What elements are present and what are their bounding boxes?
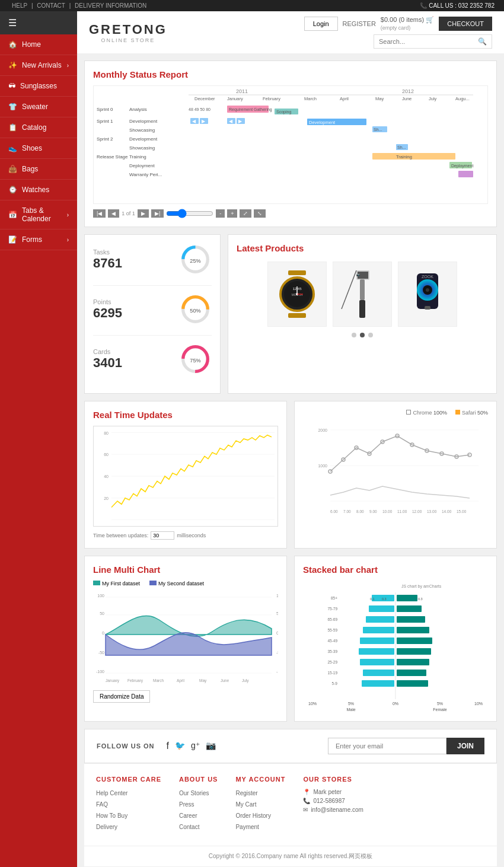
gantt-zoom-out[interactable]: - (216, 209, 225, 218)
svg-text:Requirement Gathering: Requirement Gathering (229, 107, 272, 112)
svg-text:Showcasing: Showcasing (129, 128, 155, 133)
gantt-collapse[interactable]: ⤡ (254, 209, 266, 218)
svg-text:25%: 25% (190, 258, 200, 264)
sidebar-item-catalog[interactable]: 📋Catalog (0, 117, 77, 138)
dot-1[interactable] (352, 333, 356, 337)
copyright: Copyright © 2016.Company name All rights… (84, 846, 497, 866)
cards-value: 3401 (93, 355, 179, 371)
sidebar-item-forms[interactable]: 📝Forms› (0, 230, 77, 250)
svg-text:Development: Development (129, 136, 158, 142)
product-selfie-stick[interactable]: 📷 (333, 262, 392, 327)
svg-text:5%: 5% (437, 702, 443, 706)
svg-text:Female: Female (433, 707, 446, 711)
cards-donut: 75% (179, 343, 212, 375)
realtime-svg: 80 60 40 20 (94, 426, 277, 526)
gantt-zoom[interactable] (166, 209, 213, 218)
sidebar-item-sunglasses[interactable]: 🕶Sunglasses (0, 76, 77, 97)
career-link[interactable]: Career (179, 812, 197, 819)
tasks-donut: 25% (179, 243, 212, 276)
googleplus-icon[interactable]: g⁺ (191, 741, 200, 751)
order-history-link[interactable]: Order History (235, 812, 270, 819)
sidebar-item-sweater[interactable]: 👕Sweater (0, 97, 77, 117)
svg-text:Sh...: Sh... (397, 145, 406, 149)
dataset2-legend-dot (149, 581, 157, 585)
footer-links: CUSTOMER CARE Help Center FAQ How To Buy… (84, 763, 497, 846)
search-input[interactable] (379, 38, 478, 45)
sidebar-item-home[interactable]: 🏠Home (0, 34, 77, 55)
product-speaker[interactable]: ZOOK (398, 262, 457, 327)
register-button[interactable]: REGISTER (343, 20, 376, 27)
tasks-stat: Tasks 8761 25% (93, 243, 212, 276)
svg-text:20: 20 (104, 496, 109, 501)
product-watch[interactable]: 12:45 MON 24 (267, 262, 327, 327)
my-account-col: MY ACCOUNT Register My Cart Order Histor… (235, 776, 285, 834)
checkout-button[interactable]: CHECKOUT (439, 17, 492, 31)
time-unit: milliseconds (177, 533, 206, 538)
my-cart-link[interactable]: My Cart (235, 801, 256, 808)
watch-image: 12:45 MON 24 (273, 267, 321, 321)
svg-text:50: 50 (276, 611, 278, 616)
svg-text:2011: 2011 (236, 88, 248, 94)
press-link[interactable]: Press (179, 801, 194, 808)
contact-link-footer[interactable]: Contact (179, 824, 199, 830)
gantt-zoom-in[interactable]: + (227, 209, 237, 218)
randomize-button[interactable]: Randomize Data (93, 690, 150, 703)
hamburger-button[interactable]: ☰ (0, 11, 77, 34)
register-footer-link[interactable]: Register (235, 790, 257, 796)
search-icon[interactable]: 🔍 (478, 37, 487, 46)
svg-rect-47 (458, 171, 473, 177)
gantt-expand[interactable]: ⤢ (240, 209, 251, 218)
svg-rect-58 (288, 313, 306, 318)
chrome-legend-value: 100% (433, 410, 447, 416)
follow-text: FOLLOW US ON (97, 742, 155, 750)
svg-text:5-9: 5-9 (332, 681, 338, 686)
contact-link[interactable]: CONTACT (37, 2, 65, 9)
help-link[interactable]: HELP (12, 2, 27, 9)
time-input[interactable] (151, 531, 174, 540)
sidebar-item-tabs[interactable]: 📅Tabs & Calender› (0, 200, 77, 230)
svg-text:June: June (221, 678, 229, 683)
payment-link[interactable]: Payment (235, 824, 259, 830)
help-center-link[interactable]: Help Center (96, 790, 127, 796)
logo-name: GRETONG (89, 22, 167, 37)
line-chart2-card: Chrome 100% Safari 50% 2000 1000 6.00 7. (294, 401, 497, 549)
stats-products-row: Tasks 8761 25% Points (84, 234, 497, 394)
delivery-link[interactable]: DELIVERY INFORMATION (75, 2, 146, 9)
twitter-icon[interactable]: 🐦 (175, 741, 185, 751)
faq-link[interactable]: FAQ (96, 801, 108, 808)
gantt-last[interactable]: ▶| (151, 209, 164, 218)
line2-svg: 2000 1000 6.00 7.00 8.00 9.00 10.00 11.0… (303, 418, 488, 537)
join-button[interactable]: JOIN (446, 738, 484, 754)
footer-social: FOLLOW US ON f 🐦 g⁺ 📷 JOIN (84, 729, 497, 763)
our-stores-col: OUR STORES 📍 Mark peter 📞 012-586987 ✉ i… (303, 776, 363, 834)
cart-info: $0.00 (0 items) 🛒 (empty card) (381, 16, 434, 31)
svg-text:100: 100 (97, 594, 104, 598)
svg-text:April: April (177, 678, 185, 683)
svg-text:0.3: 0.3 (382, 597, 387, 601)
email-input[interactable] (328, 738, 446, 754)
dot-3[interactable] (368, 333, 373, 337)
login-button[interactable]: Login (304, 17, 338, 31)
delivery-footer-link[interactable]: Delivery (96, 824, 117, 830)
customer-care-heading: CUSTOMER CARE (96, 776, 161, 783)
sidebar-item-new-arrivals[interactable]: ✨New Arrivals› (0, 55, 77, 76)
how-to-buy-link[interactable]: How To Buy (96, 812, 127, 819)
facebook-icon[interactable]: f (167, 741, 169, 751)
sidebar-item-shoes[interactable]: 👟Shoes (0, 138, 77, 159)
dot-2[interactable] (360, 333, 365, 337)
svg-text:0: 0 (102, 631, 104, 635)
gantt-first[interactable]: |◀ (93, 209, 106, 218)
svg-text:25-29: 25-29 (327, 660, 337, 664)
gantt-next[interactable]: ▶ (138, 209, 149, 218)
svg-rect-68 (360, 279, 365, 300)
svg-text:60: 60 (104, 452, 109, 457)
svg-text:75%: 75% (190, 358, 200, 364)
svg-text:50: 50 (100, 611, 104, 616)
svg-text:February: February (127, 678, 143, 683)
gantt-prev[interactable]: ◀ (108, 209, 119, 218)
svg-text:-50: -50 (98, 651, 104, 655)
our-stories-link[interactable]: Our Stories (179, 790, 209, 796)
sidebar-item-bags[interactable]: 👜Bags (0, 159, 77, 180)
instagram-icon[interactable]: 📷 (206, 741, 216, 751)
sidebar-item-watches[interactable]: ⌚Watches (0, 180, 77, 200)
